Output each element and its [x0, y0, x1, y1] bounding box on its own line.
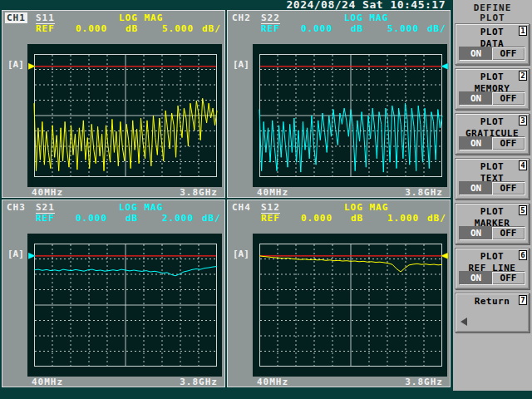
on-off-toggle: ON OFF [459, 271, 525, 285]
on-off-toggle: ON OFF [459, 91, 525, 106]
start-frequency: 40MHz [257, 377, 288, 387]
stop-frequency: 3.8GHz [180, 377, 218, 387]
softkey-number-badge: 4 [519, 160, 527, 170]
plot-area [27, 234, 222, 377]
start-frequency: 40MHz [32, 187, 63, 198]
softkey-label: PLOT [456, 27, 529, 37]
trace-memory-label: [A] [7, 59, 24, 70]
softkey-number-badge: 7 [519, 295, 527, 305]
toggle-off[interactable]: OFF [492, 227, 525, 239]
toggle-on[interactable]: ON [460, 47, 492, 60]
start-frequency: 40MHz [257, 187, 288, 198]
toggle-on[interactable]: ON [460, 272, 492, 284]
ref-label: REF [36, 23, 55, 34]
scale-unit: dB/ [202, 23, 221, 34]
toggle-off[interactable]: OFF [492, 92, 525, 105]
softkey-label: PLOT [456, 251, 529, 262]
ref-unit: dB [351, 213, 363, 224]
graticule [34, 54, 217, 177]
softkey-label: PLOT [456, 161, 529, 172]
s-parameter-label: S21 [36, 202, 55, 214]
ref-unit: dB [351, 23, 363, 34]
toggle-off[interactable]: OFF [492, 47, 525, 60]
scale-unit: dB/ [427, 213, 446, 224]
scale-value: 5.000 [162, 23, 194, 34]
softkey-plot-data[interactable]: 1 PLOT DATA ON OFF [455, 23, 530, 65]
channel-panel-ch4: CH4 S12 LOG MAG REF 0.000 dB 1.000 dB/ [… [227, 200, 451, 387]
softkey-label: PLOT [456, 116, 529, 127]
softkey-plot-marker[interactable]: 5 PLOT MARKER ON OFF [455, 203, 530, 244]
stop-frequency: 3.8GHz [405, 187, 443, 198]
s-parameter-label: S11 [36, 12, 55, 24]
scale-unit: dB/ [427, 23, 446, 34]
on-off-toggle: ON OFF [459, 226, 525, 240]
softkey-label: PLOT [456, 206, 529, 217]
datetime: 2024/08/24 Sat 10:45:17 [0, 0, 449, 10]
channel-panel-ch2: CH2 S22 LOG MAG REF 0.000 dB 5.000 dB/ [… [227, 10, 451, 198]
softkey-number-badge: 6 [519, 250, 527, 260]
trace-memory-label: [A] [233, 249, 249, 259]
ref-label: REF [261, 23, 280, 34]
on-off-toggle: ON OFF [459, 47, 525, 61]
plot-area [253, 234, 447, 377]
scale-value: 1.000 [387, 213, 419, 224]
softkey-label: Return [456, 296, 529, 307]
softkey-plot-ref-line[interactable]: 6 PLOT REF LINE ON OFF [455, 248, 530, 289]
scale-value: 2.000 [162, 213, 194, 224]
format-label: LOG MAG [119, 202, 163, 213]
channel-panel-ch1: CH1 S11 LOG MAG REF 0.000 dB 5.000 dB/ [… [2, 10, 225, 198]
stop-frequency: 3.8GHz [180, 187, 218, 198]
ref-label: REF [261, 213, 280, 224]
channel-label: CH2 [232, 12, 251, 23]
stop-frequency: 3.8GHz [405, 377, 443, 387]
format-label: LOG MAG [119, 12, 163, 23]
softkey-menu: DEFINE PLOT 1 PLOT DATA ON OFF 2 PLOT ME… [453, 0, 532, 391]
reference-row: REF 0.000 dB 2.000 dB/ [2, 213, 224, 223]
ref-value: 0.000 [301, 23, 332, 34]
toggle-off[interactable]: OFF [492, 137, 525, 150]
format-label: LOG MAG [344, 202, 388, 213]
channel-panel-ch3: CH3 S21 LOG MAG REF 0.000 dB 2.000 dB/ [… [2, 200, 225, 387]
plot-area [27, 44, 222, 187]
toggle-off[interactable]: OFF [492, 182, 525, 195]
toggle-on[interactable]: ON [460, 92, 492, 105]
toggle-off[interactable]: OFF [492, 272, 525, 284]
softkey-return[interactable]: 7 Return [455, 293, 530, 332]
scale-unit: dB/ [202, 213, 221, 224]
channel-label: CH3 [7, 202, 26, 213]
softkey-plot-memory[interactable]: 2 PLOT MEMORY ON OFF [455, 68, 530, 110]
format-label: LOG MAG [344, 12, 388, 23]
on-off-toggle: ON OFF [459, 181, 525, 195]
graticule [259, 244, 442, 367]
vna-screen: 2024/08/24 Sat 10:45:17 CH1 S11 LOG MAG … [0, 0, 532, 399]
plot-area [253, 44, 447, 187]
return-arrow-icon [461, 318, 467, 326]
ref-value: 0.000 [76, 23, 107, 34]
trace-memory-label: [A] [233, 59, 249, 70]
ref-label: REF [36, 213, 55, 224]
channel-label: CH1 [5, 12, 27, 23]
graticule [34, 244, 217, 367]
softkey-number-badge: 2 [519, 71, 527, 81]
trace-memory-label: [A] [7, 249, 24, 259]
s-parameter-label: S12 [261, 202, 280, 214]
ref-unit: dB [126, 23, 138, 34]
softkey-plot-text[interactable]: 4 PLOT TEXT ON OFF [455, 158, 530, 200]
reference-row: REF 0.000 dB 5.000 dB/ [228, 23, 450, 33]
softkey-plot-graticule[interactable]: 3 PLOT GRATICULE ON OFF [455, 113, 530, 155]
channel-label: CH4 [232, 202, 251, 213]
graticule [259, 54, 442, 177]
start-frequency: 40MHz [32, 377, 63, 387]
on-off-toggle: ON OFF [459, 136, 525, 150]
scale-value: 5.000 [387, 23, 419, 34]
softkey-label: PLOT [456, 71, 529, 82]
ref-value: 0.000 [301, 213, 332, 224]
menu-title-line2: PLOT [453, 13, 532, 23]
ref-value: 0.000 [76, 213, 107, 224]
toggle-on[interactable]: ON [460, 182, 492, 195]
menu-title: DEFINE PLOT [453, 0, 532, 23]
reference-row: REF 0.000 dB 1.000 dB/ [228, 213, 450, 223]
toggle-on[interactable]: ON [460, 137, 492, 150]
toggle-on[interactable]: ON [460, 227, 492, 239]
softkey-number-badge: 5 [519, 205, 527, 215]
